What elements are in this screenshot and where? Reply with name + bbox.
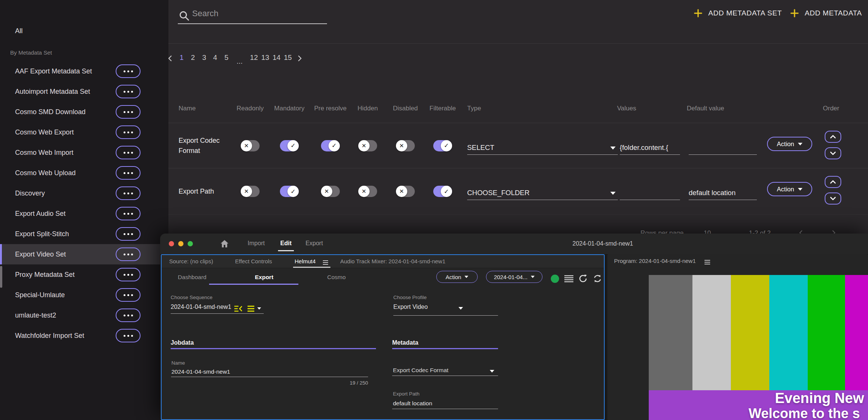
name-field-value[interactable]: 2024-01-04-smd-new1	[171, 368, 230, 375]
values-input[interactable]: {folder.content.{	[620, 137, 680, 155]
item-menu-button[interactable]	[116, 227, 141, 241]
add-metadata-button[interactable]: ADD METADATA	[790, 8, 862, 18]
minimize-button[interactable]	[178, 241, 183, 246]
mandatory-toggle[interactable]: ✓	[280, 140, 299, 151]
page-number[interactable]: 13	[261, 53, 269, 62]
helmut-action-button[interactable]: Action	[436, 271, 478, 283]
sync-icon[interactable]	[593, 274, 602, 283]
item-menu-button[interactable]	[116, 64, 141, 78]
menu-tab-edit[interactable]: Edit	[280, 240, 292, 247]
mandatory-toggle[interactable]: ✓	[280, 186, 299, 197]
sidebar-item[interactable]: Watchfolder Import Set	[0, 325, 168, 346]
zoom-button[interactable]	[188, 241, 193, 246]
page-number[interactable]: 3	[202, 53, 206, 62]
item-menu-button[interactable]	[116, 329, 141, 342]
panel-menu-icon[interactable]	[704, 259, 710, 266]
filterable-toggle[interactable]: ✓	[433, 140, 452, 151]
order-down-button[interactable]	[825, 192, 841, 205]
row-action-button[interactable]: Action	[767, 182, 812, 196]
pagination-next-icon[interactable]	[296, 55, 303, 62]
chevron-down-icon[interactable]	[490, 370, 494, 373]
item-menu-button[interactable]	[116, 186, 141, 200]
sidebar-item[interactable]: Autoimport Metadata Set	[0, 81, 168, 102]
hidden-toggle[interactable]: ✕	[358, 186, 377, 197]
type-select[interactable]: SELECT	[467, 137, 618, 155]
close-button[interactable]	[169, 241, 174, 246]
panel-tab[interactable]: Effect Controls	[235, 258, 272, 264]
panel-tab[interactable]: Helmut4	[295, 258, 316, 264]
refresh-icon[interactable]	[578, 274, 588, 283]
filterable-toggle[interactable]: ✓	[433, 186, 452, 197]
pre-resolve-toggle[interactable]: ✕	[321, 186, 340, 197]
disabled-toggle[interactable]: ✕	[396, 140, 415, 151]
default-value-input[interactable]	[689, 137, 757, 155]
hidden-toggle[interactable]: ✕	[358, 140, 377, 151]
values-input[interactable]	[620, 182, 680, 200]
helmut-tab-cosmo[interactable]: Cosmo	[327, 274, 345, 281]
order-up-button[interactable]	[825, 176, 841, 188]
job-select-dropdown[interactable]: 2024-01-04...	[486, 271, 542, 283]
sidebar-item[interactable]: Export Audio Set	[0, 203, 168, 224]
item-menu-button[interactable]	[116, 288, 141, 302]
sidebar-item[interactable]: Cosmo Web Import	[0, 142, 168, 163]
list-icon[interactable]	[564, 275, 574, 283]
item-menu-button[interactable]	[116, 166, 141, 180]
menu-tab-import[interactable]: Import	[248, 240, 264, 247]
sidebar-item[interactable]: AAF Export Metadata Set	[0, 61, 168, 81]
page-number[interactable]: 14	[272, 53, 280, 62]
sidebar-item[interactable]: Discovery	[0, 183, 168, 203]
window-titlebar[interactable]: ImportEditExport 2024-01-04-smd-new1	[160, 234, 868, 255]
page-number[interactable]: 4	[213, 53, 217, 62]
item-menu-button[interactable]	[116, 85, 141, 98]
row-action-button[interactable]: Action	[767, 137, 812, 151]
helmut-tab-export[interactable]: Export	[255, 274, 273, 281]
export-path-value[interactable]: default location	[393, 400, 432, 407]
column-header: Order	[823, 105, 839, 112]
search-input[interactable]	[191, 8, 321, 19]
panel-menu-icon[interactable]	[323, 259, 328, 266]
page-number[interactable]: 12	[250, 53, 258, 62]
item-menu-button[interactable]	[116, 146, 141, 159]
item-menu-button[interactable]	[116, 309, 141, 322]
sidebar-scrollbar-thumb[interactable]	[0, 266, 2, 288]
page-number[interactable]: 2	[191, 53, 195, 62]
panel-tab[interactable]: Source: (no clips)	[169, 258, 213, 264]
sidebar-item[interactable]: Cosmo Web Upload	[0, 163, 168, 183]
home-icon[interactable]	[220, 239, 229, 249]
sidebar-item[interactable]: Special-Umlaute	[0, 285, 168, 305]
helmut-tab-dashboard[interactable]: Dashboard	[178, 274, 206, 281]
item-menu-button[interactable]	[116, 125, 141, 139]
sequence-menu-icon[interactable]	[247, 305, 255, 312]
sidebar-item[interactable]: umlaute-test2	[0, 305, 168, 325]
readonly-toggle[interactable]: ✕	[241, 140, 260, 151]
item-menu-button[interactable]	[116, 247, 141, 261]
sidebar-item[interactable]: Proxy Metadata Set	[0, 264, 168, 285]
sidebar-item[interactable]: Cosmo SMD Download	[0, 102, 168, 122]
page-number[interactable]: 1	[180, 53, 184, 62]
choose-sequence-value[interactable]: 2024-01-04-smd-new1	[171, 304, 231, 310]
sidebar-item-all[interactable]: All	[15, 27, 23, 35]
item-menu-button[interactable]	[116, 268, 141, 281]
page-number[interactable]: 5	[225, 53, 229, 62]
menu-tab-export[interactable]: Export	[306, 240, 323, 247]
page-number[interactable]: 15	[284, 53, 292, 62]
type-select[interactable]: CHOOSE_FOLDER	[467, 182, 618, 200]
item-menu-button[interactable]	[116, 105, 141, 119]
sequence-list-icon[interactable]	[234, 305, 243, 312]
chevron-down-icon[interactable]	[458, 307, 463, 310]
panel-tab[interactable]: Audio Track Mixer: 2024-01-04-smd-new1	[340, 258, 445, 264]
pre-resolve-toggle[interactable]: ✓	[321, 140, 340, 151]
chevron-down-icon[interactable]	[257, 307, 261, 310]
choose-profile-value[interactable]: Export Video	[393, 304, 428, 310]
add-metadata-set-button[interactable]: ADD METADATA SET	[693, 8, 782, 18]
disabled-toggle[interactable]: ✕	[396, 186, 415, 197]
order-up-button[interactable]	[825, 131, 841, 143]
sidebar-item[interactable]: Cosmo Web Export	[0, 122, 168, 142]
item-menu-button[interactable]	[116, 207, 141, 220]
sidebar-item[interactable]: Export Split-Stitch	[0, 224, 168, 244]
codec-select[interactable]: Export Codec Format	[393, 367, 448, 374]
order-down-button[interactable]	[825, 147, 841, 159]
readonly-toggle[interactable]: ✕	[241, 186, 260, 197]
sidebar-item[interactable]: Export Video Set	[0, 244, 168, 264]
default-value-input[interactable]: default location	[689, 182, 757, 200]
